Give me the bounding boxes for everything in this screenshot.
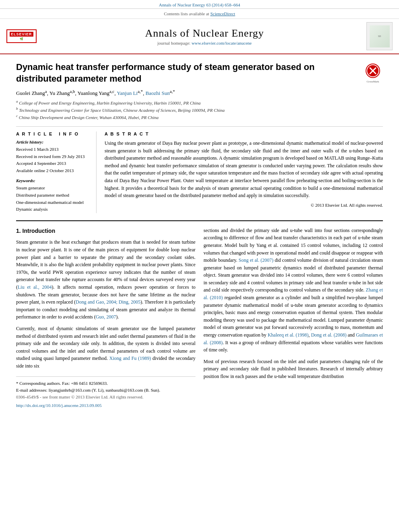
keywords-label: Keywords:	[16, 178, 90, 183]
author-2: Yu Zhanga,b,	[49, 90, 78, 96]
elsevier-label: ELSEVIER	[10, 32, 33, 37]
keyword-1: Steam generator	[16, 185, 90, 192]
doi-link[interactable]: http://dx.doi.org/10.1016/j.anucene.2013…	[16, 403, 102, 408]
doi-line: http://dx.doi.org/10.1016/j.anucene.2013…	[16, 402, 195, 409]
sciencedirect-link[interactable]: ScienceDirect	[210, 11, 235, 16]
accepted-date: Accepted 4 September 2013	[16, 160, 90, 167]
journal-title: Annals of Nuclear Energy	[43, 27, 366, 39]
author-5: Baozhi Suna,*	[146, 90, 175, 96]
footnote-section: * Corresponding authors. Fax: +86 0451 8…	[16, 376, 195, 409]
keyword-3: One-dimensional mathematical model	[16, 199, 90, 206]
body-para-1: Steam generator is the heat exchanger th…	[16, 238, 195, 321]
author-4: Yanjun Lia,*,	[117, 90, 145, 96]
article-title: Dynamic heat transfer performance study …	[16, 62, 354, 84]
available-date: Available online 2 October 2013	[16, 167, 90, 175]
crossmark: CrossMark	[363, 63, 383, 83]
authors-line: Guolei Zhanga, Yu Zhanga,b, Yuanlong Yan…	[16, 88, 383, 96]
journal-title-area: Annals of Nuclear Energy journal homepag…	[43, 27, 366, 45]
section-1-heading: 1. Introduction	[16, 227, 195, 236]
journal-header: ELSEVIER 🌿 Annals of Nuclear Energy jour…	[0, 19, 399, 54]
email-addresses: liyangjunhrb@163.com (Y. Li), sunbaozhi@…	[49, 388, 160, 392]
body-para-2: Currently, most of dynamic simulations o…	[16, 325, 195, 370]
email-note: E-mail addresses: liyangjunhrb@163.com (…	[16, 387, 195, 394]
abstract-text: Using the steam generator of Daya Bay nu…	[105, 140, 383, 199]
body-column-left: 1. Introduction Steam generator is the h…	[16, 227, 195, 409]
main-content: Dynamic heat transfer performance study …	[0, 54, 399, 417]
abstract-panel: A B S T R A C T Using the steam generato…	[105, 131, 383, 213]
email-label: E-mail addresses:	[16, 388, 47, 392]
title-section: Dynamic heat transfer performance study …	[16, 62, 383, 84]
contents-line: Contents lists available at ScienceDirec…	[6, 11, 393, 16]
affiliation-b: b Technology and Engineering Center for …	[16, 106, 383, 113]
affiliations: a College of Power and Energy Engineerin…	[16, 99, 383, 121]
body-section: 1. Introduction Steam generator is the h…	[16, 220, 383, 409]
top-bar: Annals of Nuclear Energy 63 (2014) 658–6…	[0, 0, 399, 9]
author-1: Guolei Zhanga,	[16, 90, 49, 96]
focused-text: focused	[257, 359, 272, 364]
article-info-panel: A R T I C L E I N F O Article history: R…	[16, 131, 97, 213]
received-date: Received 1 March 2013	[16, 146, 90, 153]
article-info-heading: A R T I C L E I N F O	[16, 131, 90, 136]
keyword-2: Distributed parameter method	[16, 192, 90, 199]
homepage-link[interactable]: www.elsevier.com/locate/anucene	[191, 41, 252, 45]
body-para-4: Most of previous research focused on the…	[204, 358, 383, 380]
affiliation-a: a College of Power and Energy Engineerin…	[16, 99, 383, 106]
issn-line: 0306-4549/$ - see front matter © 2013 El…	[16, 394, 195, 401]
crossmark-label: CrossMark	[363, 80, 383, 83]
sd-thumbnail: SD	[366, 22, 393, 50]
info-abstract-section: A R T I C L E I N F O Article history: R…	[16, 126, 383, 213]
body-column-right: sections and divided the primary side an…	[204, 227, 383, 409]
crossmark-icon	[365, 63, 380, 78]
elsevier-logo: ELSEVIER 🌿	[6, 29, 43, 43]
copyright-line: © 2013 Elsevier Ltd. All rights reserved…	[105, 203, 383, 207]
revised-date: Received in revised form 29 July 2013	[16, 153, 90, 160]
corresponding-note: * Corresponding authors. Fax: +86 0451 8…	[16, 380, 195, 387]
affiliation-c: c China Ship Development and Design Cent…	[16, 113, 383, 121]
keyword-4: Dynamic analysis	[16, 206, 90, 213]
journal-homepage: journal homepage: www.elsevier.com/locat…	[43, 41, 366, 45]
author-3: Yuanlong Yanga,c,	[78, 90, 117, 96]
history-label: Article history:	[16, 140, 90, 144]
journal-citation: Annals of Nuclear Energy 63 (2014) 658–6…	[159, 2, 240, 7]
abstract-heading: A B S T R A C T	[105, 131, 383, 136]
body-para-3: sections and divided the primary side an…	[204, 227, 383, 354]
